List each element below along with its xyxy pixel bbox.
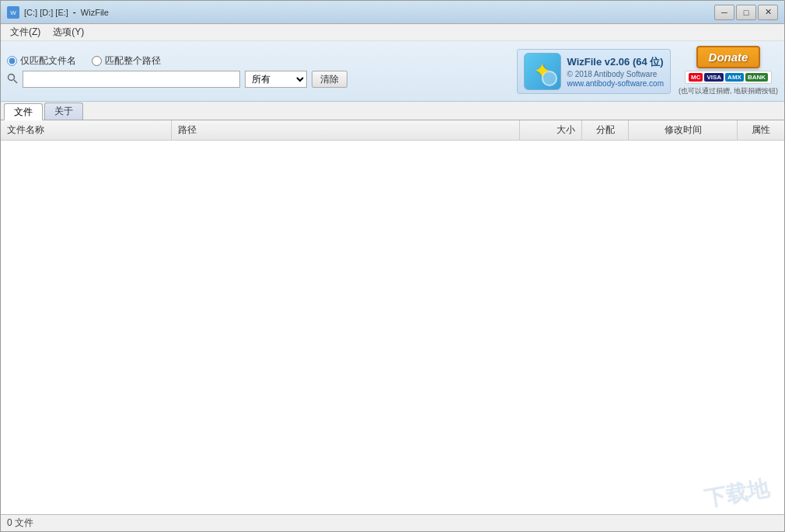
app-icon: W xyxy=(7,6,19,19)
maximize-button[interactable]: □ xyxy=(736,5,756,20)
col-size: 大小 xyxy=(520,120,582,140)
col-attr: 属性 xyxy=(738,120,784,140)
filter-dropdown[interactable]: 所有 xyxy=(245,71,307,88)
title-drives: [C:] [D:] [E:] xyxy=(24,8,68,17)
toolbar-left: 仅匹配文件名 匹配整个路径 所有 清除 xyxy=(7,54,509,88)
search-icon xyxy=(7,73,18,86)
file-count: 0 文件 xyxy=(7,516,33,530)
radio-group: 仅匹配文件名 匹配整个路径 xyxy=(7,54,509,68)
col-modified: 修改时间 xyxy=(629,120,738,140)
donate-button[interactable]: Donate xyxy=(696,46,761,68)
svg-point-2 xyxy=(9,74,15,80)
minimize-button[interactable]: ─ xyxy=(714,5,734,20)
tab-files[interactable]: 文件 xyxy=(4,103,43,120)
visa-icon: VISA xyxy=(704,73,724,82)
menu-bar: 文件(Z) 选项(Y) xyxy=(1,24,784,41)
donate-note: (也可以通过捐赠, 地获捐赠按钮) xyxy=(679,86,778,96)
payment-icons: MC VISA AMX BANK xyxy=(685,71,772,84)
title-bar: W [C:] [D:] [E:] - WizFile ─ □ ✕ xyxy=(1,1,784,24)
app-logo: ✦ xyxy=(524,53,561,90)
radio-fullpath[interactable]: 匹配整个路径 xyxy=(92,54,161,68)
mastercard-icon: MC xyxy=(689,73,703,82)
table-body xyxy=(1,141,784,514)
col-name: 文件名称 xyxy=(1,120,172,140)
title-sep: - xyxy=(73,7,76,18)
close-button[interactable]: ✕ xyxy=(758,5,778,20)
col-path: 路径 xyxy=(172,120,520,140)
title-bar-left: W [C:] [D:] [E:] - WizFile xyxy=(7,6,109,19)
tab-bar: 文件 关于 xyxy=(1,102,784,120)
svg-text:W: W xyxy=(10,9,16,16)
main-window: W [C:] [D:] [E:] - WizFile ─ □ ✕ 文件(Z) 选… xyxy=(0,0,785,532)
bank-icon: BANK xyxy=(745,73,768,82)
table-header: 文件名称 路径 大小 分配 修改时间 属性 xyxy=(1,120,784,141)
app-copyright: © 2018 Antibody Software xyxy=(567,70,665,78)
app-title: WizFile v2.06 (64 位) xyxy=(567,55,665,69)
app-info: ✦ WizFile v2.06 (64 位) © 2018 Antibody S… xyxy=(517,49,672,94)
search-input[interactable] xyxy=(23,71,240,88)
logo-glass xyxy=(542,71,557,86)
tab-about[interactable]: 关于 xyxy=(44,103,83,120)
table-area: 文件名称 路径 大小 分配 修改时间 属性 xyxy=(1,120,784,514)
radio-filename[interactable]: 仅匹配文件名 xyxy=(7,54,76,68)
svg-line-3 xyxy=(14,80,17,83)
status-bar: 0 文件 xyxy=(1,514,784,531)
clear-button[interactable]: 清除 xyxy=(312,71,347,88)
amex-icon: AMX xyxy=(725,73,744,82)
col-alloc: 分配 xyxy=(582,120,629,140)
menu-file[interactable]: 文件(Z) xyxy=(4,24,47,40)
menu-options[interactable]: 选项(Y) xyxy=(47,24,90,40)
donate-area: Donate MC VISA AMX BANK (也可以通过捐赠, 地获捐赠按钮… xyxy=(679,46,778,96)
title-appname: WizFile xyxy=(81,8,109,17)
app-text: WizFile v2.06 (64 位) © 2018 Antibody Sof… xyxy=(567,55,665,88)
window-controls: ─ □ ✕ xyxy=(714,5,778,20)
app-website: www.antibody-software.com xyxy=(567,79,665,88)
toolbar: 仅匹配文件名 匹配整个路径 所有 清除 xyxy=(1,41,784,102)
search-row: 所有 清除 xyxy=(7,71,509,88)
